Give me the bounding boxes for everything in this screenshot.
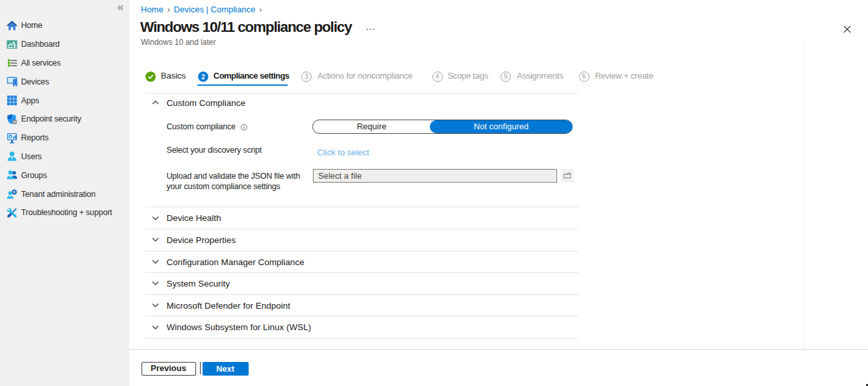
svg-text:2: 2	[201, 73, 205, 81]
